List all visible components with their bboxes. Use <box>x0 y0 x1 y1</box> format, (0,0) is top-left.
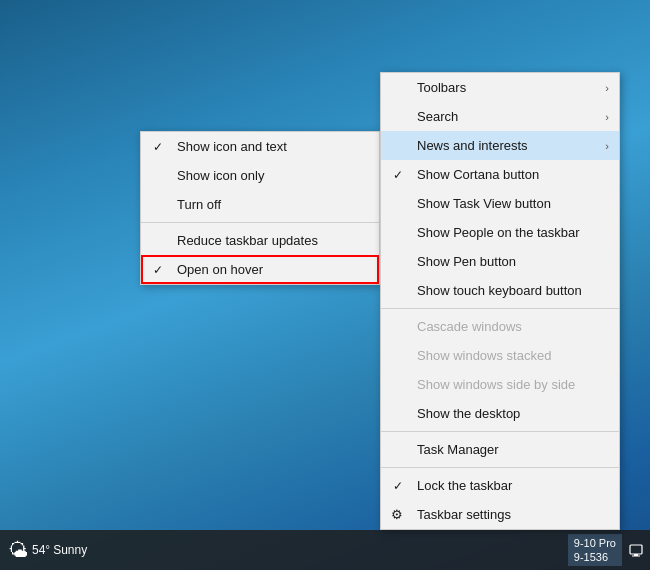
check-icon: ✓ <box>153 263 163 277</box>
cascade-item[interactable]: Cascade windows <box>381 312 619 341</box>
notification-icon[interactable] <box>626 540 646 560</box>
gear-icon: ⚙ <box>391 507 403 522</box>
taskbar-corner-info: 9-10 Pro 9-1536 <box>568 534 622 567</box>
show-icon-only-item[interactable]: Show icon only <box>141 161 379 190</box>
side-by-side-item[interactable]: Show windows side by side <box>381 370 619 399</box>
weather-icon: 🌤 <box>8 539 28 562</box>
separator <box>381 308 619 309</box>
stacked-item[interactable]: Show windows stacked <box>381 341 619 370</box>
sub-context-menu: ✓ Show icon and text Show icon only Turn… <box>140 131 380 285</box>
show-icon-text-item[interactable]: ✓ Show icon and text <box>141 132 379 161</box>
toolbars-item[interactable]: Toolbars › <box>381 73 619 102</box>
arrow-icon: › <box>605 111 609 123</box>
show-taskview-item[interactable]: Show Task View button <box>381 189 619 218</box>
arrow-icon: › <box>605 82 609 94</box>
separator <box>381 467 619 468</box>
show-people-item[interactable]: Show People on the taskbar <box>381 218 619 247</box>
separator <box>141 222 379 223</box>
show-touch-item[interactable]: Show touch keyboard button <box>381 276 619 305</box>
separator <box>381 431 619 432</box>
lock-taskbar-item[interactable]: ✓ Lock the taskbar <box>381 471 619 500</box>
main-context-menu: Toolbars › Search › News and interests ›… <box>380 72 620 530</box>
svg-rect-0 <box>630 545 642 554</box>
open-hover-item[interactable]: ✓ Open on hover <box>141 255 379 284</box>
desktop: ✓ Show icon and text Show icon only Turn… <box>0 0 650 570</box>
news-interests-item[interactable]: News and interests › <box>381 131 619 160</box>
show-desktop-item[interactable]: Show the desktop <box>381 399 619 428</box>
check-icon: ✓ <box>153 140 163 154</box>
search-item[interactable]: Search › <box>381 102 619 131</box>
arrow-icon: › <box>605 140 609 152</box>
reduce-updates-item[interactable]: Reduce taskbar updates <box>141 226 379 255</box>
turn-off-item[interactable]: Turn off <box>141 190 379 219</box>
weather-desc: Sunny <box>53 543 87 557</box>
taskbar-settings-item[interactable]: ⚙ Taskbar settings <box>381 500 619 529</box>
weather-widget[interactable]: 🌤 54° Sunny <box>8 539 87 562</box>
check-icon: ✓ <box>393 479 403 493</box>
show-cortana-item[interactable]: ✓ Show Cortana button <box>381 160 619 189</box>
taskbar: 🌤 54° Sunny 9-10 Pro 9-1536 <box>0 530 650 570</box>
svg-rect-2 <box>632 556 640 557</box>
show-pen-item[interactable]: Show Pen button <box>381 247 619 276</box>
weather-temp: 54° <box>32 543 50 557</box>
check-icon: ✓ <box>393 168 403 182</box>
taskbar-right: 9-10 Pro 9-1536 <box>568 530 650 570</box>
task-manager-item[interactable]: Task Manager <box>381 435 619 464</box>
